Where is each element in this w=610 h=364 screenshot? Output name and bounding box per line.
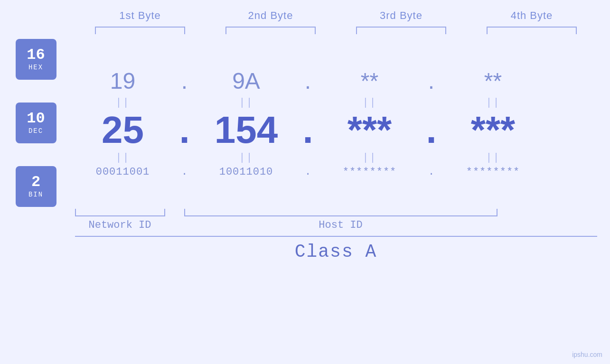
bin-sep-2: . (299, 166, 318, 178)
hex-num: 16 (27, 47, 45, 63)
eq-sym-4: || (486, 97, 500, 109)
hex-base: HEX (28, 64, 43, 71)
dec-val-3: *** (347, 111, 392, 149)
hex-val-4: ** (484, 68, 502, 94)
bracket-top-3 (356, 27, 446, 34)
bin-val-2: 10011010 (219, 166, 273, 178)
bin-cell-1: 00011001 (71, 166, 175, 178)
eq2-sym-2: || (239, 152, 253, 164)
dec-base: DEC (28, 127, 43, 135)
eq-row-2: || || || || (71, 149, 600, 166)
byte-header-2: 2nd Byte (218, 9, 323, 22)
bin-dot-2: . (305, 166, 311, 178)
eq-sym-3: || (362, 97, 376, 109)
dec-sep-1: . (175, 111, 194, 149)
dec-dot-1: . (179, 111, 189, 149)
bracket-top-4 (487, 27, 577, 34)
bottom-labels-row: Network ID Host ID (75, 216, 597, 231)
bin-base: BIN (28, 191, 43, 198)
eq-cell-2: || (194, 97, 299, 109)
class-bar-line (75, 236, 597, 237)
hex-cell-3: ** (318, 68, 422, 94)
eq-row-1: || || || || (71, 94, 600, 111)
hex-val-3: ** (361, 68, 378, 94)
byte-headers: 1st Byte 2nd Byte 3rd Byte 4th Byte (75, 9, 597, 22)
bin-label-box: 2 BIN (16, 166, 56, 207)
labels-column: 16 HEX 10 DEC 2 BIN (16, 39, 56, 207)
bin-val-3: ******** (343, 166, 397, 178)
bin-val-4: ******** (466, 166, 520, 178)
bin-cell-2: 10011010 (194, 166, 299, 178)
hex-val-2: 9A (232, 68, 260, 94)
network-id-label: Network ID (75, 219, 165, 231)
dec-cell-1: 25 (71, 111, 175, 149)
main-container: 1st Byte 2nd Byte 3rd Byte 4th Byte 16 H… (0, 0, 610, 364)
dec-num: 10 (27, 111, 45, 126)
eq2-sym-4: || (486, 152, 500, 164)
bin-cell-4: ******** (441, 166, 545, 178)
hex-val-1: 19 (110, 68, 135, 94)
bin-row: 00011001 . 10011010 . ******** . (71, 166, 600, 178)
dec-val-1: 25 (102, 111, 144, 149)
bracket-bottom-host (184, 209, 497, 216)
hex-dot-1: . (181, 68, 188, 94)
eq-sym-2: || (239, 97, 253, 109)
hex-cell-4: ** (441, 68, 545, 94)
eq2-cell-3: || (318, 152, 422, 164)
bin-cell-3: ******** (318, 166, 422, 178)
hex-row: 19 . 9A . ** . ** (71, 68, 600, 94)
dec-sep-3: . (422, 111, 441, 149)
bin-dot-1: . (181, 166, 188, 178)
class-bar: Class A (75, 236, 597, 262)
bracket-top-1 (95, 27, 185, 34)
eq-cell-4: || (441, 97, 545, 109)
hex-sep-2: . (299, 68, 318, 94)
bracket-bottom-network (75, 209, 165, 216)
bracket-top-2 (225, 27, 316, 34)
bottom-brackets-row (75, 209, 597, 216)
byte-header-4: 4th Byte (479, 9, 584, 22)
bin-sep-1: . (175, 166, 194, 178)
hex-cell-2: 9A (194, 68, 299, 94)
content-area: 16 HEX 10 DEC 2 BIN 19 . (16, 39, 600, 207)
byte-header-1: 1st Byte (88, 9, 192, 22)
dec-cell-4: *** (441, 111, 545, 149)
hex-sep-3: . (422, 68, 441, 94)
hex-dot-2: . (305, 68, 311, 94)
rows-area: 19 . 9A . ** . ** (71, 68, 600, 178)
hex-dot-3: . (428, 68, 434, 94)
eq2-sym-1: || (115, 152, 130, 164)
hex-label-box: 16 HEX (16, 39, 56, 80)
dec-sep-2: . (299, 111, 318, 149)
eq2-cell-2: || (194, 152, 299, 164)
bottom-section: Network ID Host ID (75, 209, 597, 231)
class-a-label: Class A (75, 242, 597, 262)
bin-num: 2 (31, 175, 40, 190)
dec-val-2: 154 (215, 111, 278, 149)
top-brackets (75, 27, 597, 34)
dec-label-box: 10 DEC (16, 103, 56, 143)
eq2-cell-4: || (441, 152, 545, 164)
hex-sep-1: . (175, 68, 194, 94)
bin-sep-3: . (422, 166, 441, 178)
host-id-label: Host ID (184, 219, 497, 231)
watermark: ipshu.com (572, 351, 602, 358)
dec-cell-2: 154 (194, 111, 299, 149)
hex-cell-1: 19 (71, 68, 175, 94)
eq-sym-1: || (115, 97, 130, 109)
eq-cell-1: || (71, 97, 175, 109)
dec-dot-2: . (302, 111, 313, 149)
dec-row: 25 . 154 . *** . *** (71, 111, 600, 149)
eq2-sym-3: || (362, 152, 376, 164)
dec-val-4: *** (471, 111, 515, 149)
eq-cell-3: || (318, 97, 422, 109)
eq2-cell-1: || (71, 152, 175, 164)
bin-val-1: 00011001 (96, 166, 150, 178)
bin-dot-3: . (428, 166, 434, 178)
byte-header-3: 3rd Byte (349, 9, 453, 22)
dec-cell-3: *** (318, 111, 422, 149)
dec-dot-3: . (426, 111, 436, 149)
